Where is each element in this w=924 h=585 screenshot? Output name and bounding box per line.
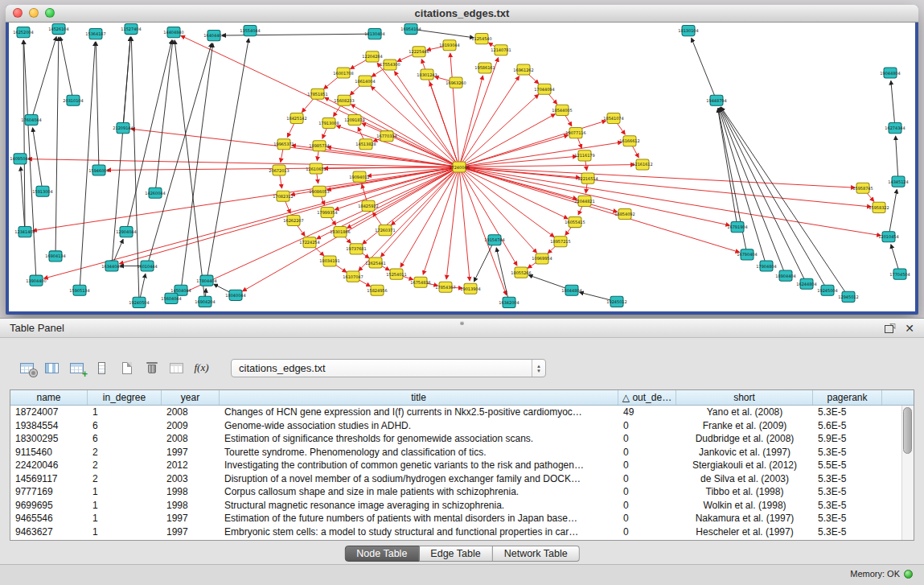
cell-in_degree[interactable]: 1 xyxy=(88,526,162,538)
graph-node[interactable]: 13904400 xyxy=(26,275,46,286)
graph-node[interactable]: 19737681 xyxy=(346,244,366,254)
graph-node[interactable]: 16166612 xyxy=(619,136,639,146)
graph-node[interactable]: 17999354 xyxy=(317,207,337,217)
graph-edge[interactable] xyxy=(889,190,897,237)
column-header-in_degree[interactable]: in_degree xyxy=(88,390,162,405)
graph-node[interactable]: 16961262 xyxy=(513,64,533,75)
table-row[interactable]: 1456911722003Disruption of a novel membe… xyxy=(10,472,901,486)
cell-year[interactable]: 1997 xyxy=(162,513,220,524)
cell-name[interactable]: 9115460 xyxy=(10,447,88,458)
tab-node-table[interactable]: Node Table xyxy=(344,546,419,562)
table-row[interactable]: 946554611997Estimation of the future num… xyxy=(10,512,901,525)
cell-name[interactable]: 18300295 xyxy=(10,433,88,444)
cell-pagerank[interactable]: 5.3E-5 xyxy=(813,526,882,538)
cell-out_degree[interactable]: 0 xyxy=(618,433,676,444)
graph-node[interactable]: 19586161 xyxy=(474,63,495,73)
graph-edge[interactable] xyxy=(207,39,248,281)
cell-title[interactable]: Tourette syndrome. Phenomenology and cla… xyxy=(220,447,618,458)
cell-name[interactable]: 9777169 xyxy=(10,486,88,497)
tab-network-table[interactable]: Network Table xyxy=(493,546,580,562)
graph-edge[interactable] xyxy=(692,38,717,100)
column-header-name[interactable]: name xyxy=(10,390,88,405)
cell-year[interactable]: 2008 xyxy=(162,406,220,418)
table-settings-button[interactable] xyxy=(16,357,38,378)
graph-node[interactable]: 11527404 xyxy=(121,24,141,35)
function-builder-button[interactable]: f(x) xyxy=(191,357,212,378)
graph-node[interactable]: 17554300 xyxy=(380,60,400,70)
graph-node[interactable]: 14513828 xyxy=(355,139,376,150)
column-header-pagerank[interactable]: pagerank xyxy=(813,390,882,405)
cell-title[interactable]: Embryonic stem cells: a model to study s… xyxy=(220,526,618,538)
graph-edge[interactable] xyxy=(147,43,211,266)
graph-node[interactable]: 12341404 xyxy=(14,227,35,237)
graph-edge[interactable] xyxy=(720,108,807,284)
graph-node[interactable]: 16791904 xyxy=(727,222,747,233)
graph-edge[interactable] xyxy=(459,58,499,167)
delete-table-button[interactable] xyxy=(166,357,187,378)
graph-edge[interactable] xyxy=(459,167,470,281)
graph-edge[interactable] xyxy=(459,167,871,207)
graph-node[interactable]: 16274344 xyxy=(885,123,905,134)
cell-title[interactable]: Estimation of significance thresholds fo… xyxy=(220,433,618,444)
cell-out_degree[interactable]: 0 xyxy=(618,486,676,497)
cell-title[interactable]: Estimation of the future numbers of pati… xyxy=(220,513,618,524)
graph-node[interactable]: 15824956 xyxy=(367,285,387,295)
graph-node[interactable]: 16904204 xyxy=(195,296,215,307)
cell-name[interactable]: 22420046 xyxy=(10,459,88,471)
graph-node[interactable]: 12140781 xyxy=(491,45,511,56)
cell-year[interactable]: 1998 xyxy=(162,486,220,497)
graph-node[interactable]: 16055415 xyxy=(565,217,585,228)
graph-node[interactable]: 15913004 xyxy=(32,186,52,196)
cell-title[interactable]: Disruption of a novel member of a sodium… xyxy=(220,473,618,484)
cell-year[interactable]: 2009 xyxy=(162,420,220,431)
table-row[interactable]: 977716911998Corpus callosum shape and si… xyxy=(10,485,901,499)
new-table-button[interactable] xyxy=(116,357,138,378)
graph-node[interactable]: 16342004 xyxy=(499,297,519,307)
graph-node[interactable]: 16754836 xyxy=(410,277,430,287)
cell-out_degree[interactable]: 0 xyxy=(618,500,676,511)
table-row[interactable]: 1872400712008Changes of HCN gene express… xyxy=(10,406,901,419)
cell-title[interactable]: Investigating the contribution of common… xyxy=(220,459,618,471)
delete-column-button[interactable] xyxy=(141,357,162,378)
cell-pagerank[interactable]: 5.9E-5 xyxy=(813,433,882,444)
cell-pagerank[interactable]: 5.3E-5 xyxy=(813,406,882,418)
graph-node[interactable]: 12161612 xyxy=(632,159,652,170)
graph-node[interactable]: 18301243 xyxy=(417,69,437,80)
graph-node[interactable]: 15958745 xyxy=(852,183,873,193)
graph-node[interactable]: 18044804 xyxy=(561,285,581,295)
graph-node[interactable]: 15905134 xyxy=(69,285,89,295)
graph-edge[interactable] xyxy=(155,40,173,193)
cell-year[interactable]: 1998 xyxy=(162,500,220,511)
graph-node[interactable]: 18957215 xyxy=(550,237,570,247)
graph-node[interactable]: 19240504 xyxy=(129,297,149,307)
graph-edge[interactable] xyxy=(181,43,213,290)
graph-node[interactable]: 19094012 xyxy=(349,171,369,182)
column-header-out_degree[interactable]: △ out_de… xyxy=(618,390,676,405)
graph-node[interactable]: 18130404 xyxy=(364,29,384,39)
graph-edge[interactable] xyxy=(459,94,539,167)
zoom-window-button[interactable] xyxy=(45,8,55,18)
graph-edge[interactable] xyxy=(55,37,59,256)
graph-node[interactable]: 12216514 xyxy=(577,173,598,183)
graph-node[interactable]: 16904134 xyxy=(45,251,65,262)
cell-pagerank[interactable]: 5.3E-5 xyxy=(813,500,882,511)
column-header-short[interactable]: short xyxy=(676,390,813,405)
graph-node[interactable]: 18614004 xyxy=(355,76,375,86)
column-header-year[interactable]: year xyxy=(162,390,220,405)
graph-node[interactable]: 19245012 xyxy=(606,296,626,307)
cell-short[interactable]: Wolkin et al. (1998) xyxy=(676,500,813,511)
graph-node[interactable]: 19448794 xyxy=(706,95,726,105)
graph-node[interactable]: 14345124 xyxy=(888,176,908,187)
graph-node[interactable]: 16001708 xyxy=(333,68,353,78)
graph-node[interactable]: 11254540 xyxy=(471,34,491,44)
create-column-button[interactable] xyxy=(91,357,113,378)
graph-node[interactable]: 16244804 xyxy=(796,278,816,289)
graph-edge[interactable] xyxy=(31,37,56,120)
graph-edge[interactable] xyxy=(474,240,495,281)
table-row[interactable]: 969969511998Structural magnetic resonanc… xyxy=(10,499,901,513)
graph-node[interactable]: 16954104 xyxy=(400,24,421,35)
graph-node[interactable]: 19086053 xyxy=(309,186,329,196)
table-row[interactable]: 911546021997Tourette syndrome. Phenomeno… xyxy=(10,446,901,459)
graph-node[interactable]: 18425142 xyxy=(286,113,306,123)
table-row[interactable]: 1938455462009Genome-wide association stu… xyxy=(10,419,901,433)
